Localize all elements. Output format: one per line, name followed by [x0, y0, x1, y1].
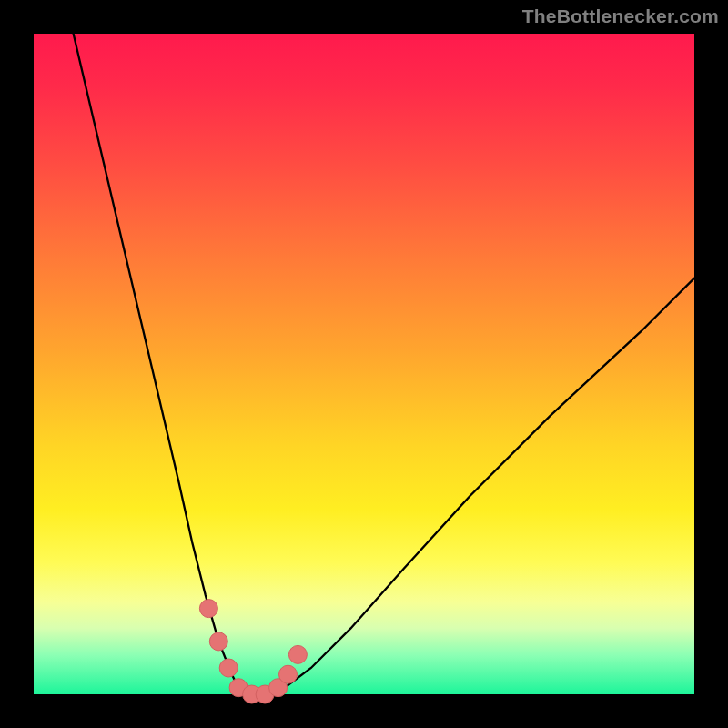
highlight-point — [209, 632, 228, 651]
attribution-text: TheBottlenecker.com — [522, 5, 719, 27]
chart-svg — [34, 34, 694, 694]
highlight-point — [279, 665, 298, 683]
highlight-markers — [199, 600, 307, 703]
outer-frame: TheBottlenecker.com — [0, 0, 728, 728]
highlight-point — [199, 600, 217, 618]
bottleneck-curve — [74, 34, 694, 694]
highlight-point — [219, 659, 238, 677]
plot-area — [34, 34, 694, 694]
highlight-point — [288, 645, 307, 663]
